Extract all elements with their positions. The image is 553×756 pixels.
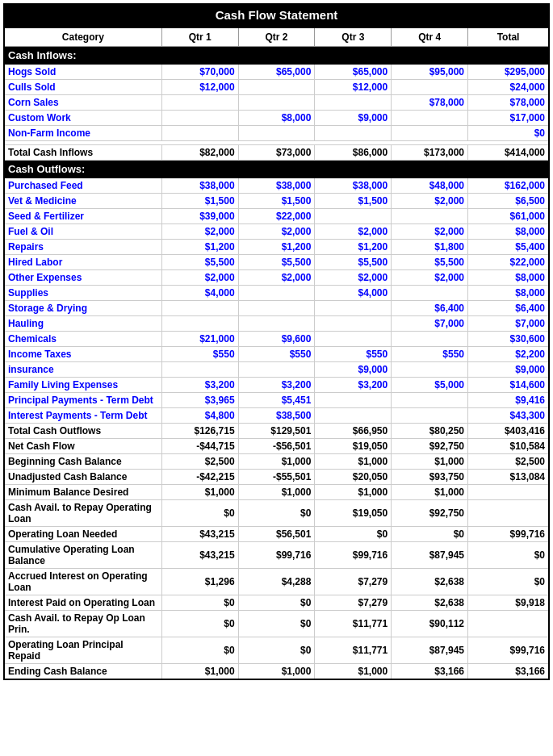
- row-value: $78,000: [392, 95, 468, 111]
- row-value: $0: [468, 569, 549, 595]
- row-value: $11,771: [315, 637, 392, 664]
- row-value: $2,000: [238, 270, 315, 286]
- row-value: $61,000: [468, 209, 549, 224]
- row-value: $1,200: [315, 240, 392, 255]
- row-value: $9,000: [315, 111, 392, 126]
- row-value: $414,000: [468, 145, 549, 161]
- row-value: [315, 209, 392, 224]
- row-value: $2,500: [468, 454, 549, 470]
- row-label: Seed & Fertilizer: [4, 209, 161, 224]
- row-value: $2,638: [392, 595, 468, 611]
- row-value: $19,050: [315, 500, 392, 527]
- row-value: [315, 408, 392, 424]
- row-value: $99,716: [315, 542, 392, 569]
- row-value: $43,215: [161, 527, 238, 542]
- row-value: $30,600: [468, 332, 549, 347]
- row-value: [161, 126, 238, 141]
- row-value: $1,500: [161, 194, 238, 209]
- row-value: [238, 286, 315, 301]
- row-value: $2,000: [238, 224, 315, 240]
- row-value: $1,000: [238, 485, 315, 500]
- row-value: $0: [238, 595, 315, 611]
- row-value: [315, 316, 392, 332]
- row-label: Operating Loan Principal Repaid: [4, 637, 161, 664]
- row-value: $0: [238, 611, 315, 637]
- row-value: $12,000: [315, 80, 392, 95]
- row-value: $550: [161, 347, 238, 362]
- row-value: [468, 500, 549, 527]
- row-value: $3,965: [161, 393, 238, 408]
- row-value: $0: [161, 500, 238, 527]
- row-label: Total Cash Inflows: [4, 145, 161, 161]
- row-value: $43,215: [161, 542, 238, 569]
- row-value: $2,500: [161, 454, 238, 470]
- row-value: $4,000: [161, 286, 238, 301]
- row-value: $92,750: [392, 439, 468, 454]
- row-value: $5,500: [315, 255, 392, 270]
- row-value: $19,050: [315, 439, 392, 454]
- row-value: $0: [161, 611, 238, 637]
- row-label: Storage & Drying: [4, 301, 161, 316]
- row-value: -$56,501: [238, 439, 315, 454]
- row-value: $7,000: [392, 316, 468, 332]
- section-header: Cash Inflows:: [4, 47, 549, 65]
- row-value: $1,000: [315, 664, 392, 680]
- row-value: $1,200: [161, 240, 238, 255]
- row-value: $3,166: [392, 664, 468, 680]
- row-value: $13,084: [468, 470, 549, 485]
- row-label: Corn Sales: [4, 95, 161, 111]
- row-value: $9,918: [468, 595, 549, 611]
- row-value: $3,166: [468, 664, 549, 680]
- row-value: $3,200: [161, 378, 238, 393]
- row-value: $70,000: [161, 65, 238, 80]
- row-value: $5,500: [238, 255, 315, 270]
- row-value: $22,000: [468, 255, 549, 270]
- row-label: Cumulative Operating Loan Balance: [4, 542, 161, 569]
- row-value: $1,500: [238, 194, 315, 209]
- row-value: $24,000: [468, 80, 549, 95]
- row-value: [161, 95, 238, 111]
- row-label: Hired Labor: [4, 255, 161, 270]
- header-qtr3: Qtr 3: [315, 27, 392, 47]
- row-value: $99,716: [468, 637, 549, 664]
- row-value: $1,500: [315, 194, 392, 209]
- row-value: $66,950: [315, 424, 392, 439]
- row-value: $126,715: [161, 424, 238, 439]
- header-qtr4: Qtr 4: [392, 27, 468, 47]
- header-qtr2: Qtr 2: [238, 27, 315, 47]
- row-value: $2,000: [161, 224, 238, 240]
- row-value: $9,416: [468, 393, 549, 408]
- row-value: -$44,715: [161, 439, 238, 454]
- row-label: Non-Farm Income: [4, 126, 161, 141]
- row-value: $0: [468, 126, 549, 141]
- row-value: $0: [161, 595, 238, 611]
- row-label: Unadjusted Cash Balance: [4, 470, 161, 485]
- row-label: Cash Avail. to Repay Op Loan Prin.: [4, 611, 161, 637]
- row-value: $0: [468, 542, 549, 569]
- row-label: Accrued Interest on Operating Loan: [4, 569, 161, 595]
- row-label: Net Cash Flow: [4, 439, 161, 454]
- row-label: Custom Work: [4, 111, 161, 126]
- row-value: $4,000: [315, 286, 392, 301]
- row-value: [238, 95, 315, 111]
- row-value: $38,500: [238, 408, 315, 424]
- row-value: $5,500: [392, 255, 468, 270]
- row-value: $48,000: [392, 178, 468, 194]
- row-value: $87,945: [392, 637, 468, 664]
- row-value: [315, 332, 392, 347]
- row-value: $3,200: [238, 378, 315, 393]
- row-value: $39,000: [161, 209, 238, 224]
- row-value: $9,000: [468, 362, 549, 378]
- row-value: [392, 408, 468, 424]
- row-value: $92,750: [392, 500, 468, 527]
- row-label: Interest Paid on Operating Loan: [4, 595, 161, 611]
- row-value: [392, 111, 468, 126]
- row-value: $1,200: [238, 240, 315, 255]
- row-value: $38,000: [315, 178, 392, 194]
- row-value: -$42,215: [161, 470, 238, 485]
- row-value: $65,000: [238, 65, 315, 80]
- row-label: Ending Cash Balance: [4, 664, 161, 680]
- row-value: [392, 362, 468, 378]
- row-value: $38,000: [238, 178, 315, 194]
- row-value: [238, 301, 315, 316]
